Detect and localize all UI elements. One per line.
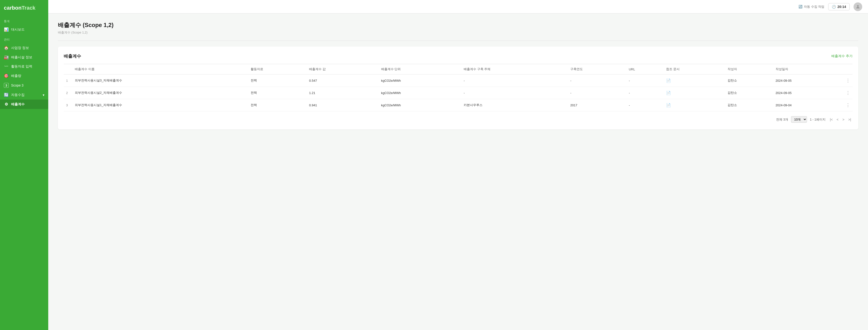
- row-author: 김탄소: [725, 74, 773, 87]
- sidebar-item-activity-input[interactable]: 〰 활동자료 입력: [0, 62, 48, 71]
- last-page-button[interactable]: >|: [847, 117, 852, 123]
- clock-icon: 🕐: [832, 5, 836, 9]
- sidebar-item-label: Scope 3: [11, 84, 23, 87]
- sidebar-item-dashboard[interactable]: 📊 대시보드: [0, 25, 48, 34]
- row-subject: 카본사우루스: [461, 99, 568, 111]
- divider: [58, 40, 858, 41]
- total-count: 전체 3개: [776, 118, 788, 122]
- table-row: 3 외부전력사용시설1_자체배출계수 전력 0.941 kgCO2e/MWh 카…: [64, 99, 852, 111]
- sidebar-item-label: 배출계수: [11, 102, 25, 106]
- activity-icon: 〰: [4, 64, 9, 69]
- document-icon: 📄: [666, 91, 671, 95]
- row-num: 2: [64, 87, 72, 99]
- sidebar-item-label: 배출시설 정보: [11, 55, 32, 60]
- sidebar-item-label: 배출량: [11, 74, 21, 78]
- row-num: 3: [64, 99, 72, 111]
- row-activity: 전력: [248, 87, 307, 99]
- sidebar-item-label: 사업장 정보: [11, 46, 29, 50]
- factory-icon: 🏭: [4, 55, 9, 60]
- row-name: 외부전력사용시설1_자체배출계수: [72, 99, 248, 111]
- header: 🔄 자동 수집 작업 🕐 20:14: [48, 0, 868, 13]
- section-label-management: 관리: [0, 34, 48, 43]
- card-title: 배출계수: [64, 53, 81, 59]
- main-area: 🔄 자동 수집 작업 🕐 20:14 배출계수 (Scope 1,2) 배출계수…: [48, 0, 868, 330]
- col-actions: [843, 64, 852, 74]
- more-options-button[interactable]: ⋮: [846, 102, 850, 108]
- row-name: 외부전력사용시설2_자체배출계수: [72, 87, 248, 99]
- row-unit: kgCO2e/MWh: [379, 74, 461, 87]
- row-url: -: [626, 87, 664, 99]
- chevron-down-icon: ▾: [43, 93, 44, 97]
- sidebar-item-label: 활동자료 입력: [11, 64, 32, 69]
- row-ref-doc: 📄: [664, 87, 725, 99]
- emission-factor-card: 배출계수 배출계수 추가 배출계수 이름 활동자료 배출계수 값 배출계수 단위…: [58, 46, 858, 129]
- col-num: [64, 64, 72, 74]
- row-unit: kgCO2e/MWh: [379, 99, 461, 111]
- dashboard-icon: 📊: [4, 27, 9, 32]
- pagination-bar: 전체 3개 10개 20개 50개 1 - 1페이지 |< < > >|: [64, 116, 852, 123]
- document-icon: 📄: [666, 78, 671, 83]
- per-page-select[interactable]: 10개 20개 50개: [791, 116, 807, 123]
- col-value: 배출계수 값: [307, 64, 378, 74]
- add-emission-factor-button[interactable]: 배출계수 추가: [831, 54, 852, 58]
- row-url: -: [626, 74, 664, 87]
- row-year: -: [568, 74, 626, 87]
- col-ref-doc: 참조 문서: [664, 64, 725, 74]
- sidebar-item-emission-factor[interactable]: ⚙ 배출계수: [0, 100, 48, 109]
- row-ref-doc: 📄: [664, 99, 725, 111]
- breadcrumb: 배출계수 (Scope 1,2): [58, 30, 858, 35]
- row-value: 1.21: [307, 87, 378, 99]
- home-icon: 🏠: [4, 45, 9, 50]
- refresh-icon: 🔄: [4, 93, 9, 97]
- auto-collect-button[interactable]: 🔄 자동 수집 작업: [799, 5, 824, 9]
- user-avatar[interactable]: [854, 2, 862, 11]
- row-name: 외부전력사용시설3_자체배출계수: [72, 74, 248, 87]
- sidebar-item-emission-facility[interactable]: 🏭 배출시설 정보: [0, 53, 48, 62]
- sidebar-item-scope3[interactable]: 3 Scope 3: [0, 80, 48, 90]
- row-year: -: [568, 87, 626, 99]
- next-page-button[interactable]: >: [841, 117, 846, 123]
- sidebar-item-business[interactable]: 🏠 사업장 정보: [0, 43, 48, 53]
- row-subject: -: [461, 87, 568, 99]
- row-year: 2017: [568, 99, 626, 111]
- col-author: 작성자: [725, 64, 773, 74]
- logo-track: Track: [22, 5, 35, 11]
- col-date: 작성일자: [773, 64, 843, 74]
- prev-page-button[interactable]: <: [835, 117, 840, 123]
- row-url: -: [626, 99, 664, 111]
- card-header: 배출계수 배출계수 추가: [64, 53, 852, 59]
- col-unit: 배출계수 단위: [379, 64, 461, 74]
- time-value: 20:14: [837, 5, 846, 9]
- col-year: 구축연도: [568, 64, 626, 74]
- row-value: 0.941: [307, 99, 378, 111]
- col-subject: 배출계수 구축 주체: [461, 64, 568, 74]
- row-ref-doc: 📄: [664, 74, 725, 87]
- section-label-stats: 통계: [0, 16, 48, 25]
- sidebar-item-label: 대시보드: [11, 28, 25, 32]
- emission-factor-table: 배출계수 이름 활동자료 배출계수 값 배출계수 단위 배출계수 구축 주체 구…: [64, 64, 852, 111]
- page-info: 1 - 1페이지: [810, 118, 826, 122]
- table-row: 2 외부전력사용시설2_자체배출계수 전력 1.21 kgCO2e/MWh - …: [64, 87, 852, 99]
- sidebar-item-auto-collect[interactable]: 🔄 자동수집 ▾: [0, 90, 48, 100]
- row-author: 김탄소: [725, 87, 773, 99]
- row-subject: -: [461, 74, 568, 87]
- svg-point-0: [857, 5, 859, 7]
- logo-carbon: carbon: [4, 5, 22, 11]
- first-page-button[interactable]: |<: [829, 117, 834, 123]
- page-title: 배출계수 (Scope 1,2): [58, 21, 858, 29]
- col-activity: 활동자료: [248, 64, 307, 74]
- row-author: 김탄소: [725, 99, 773, 111]
- sidebar-item-label: 자동수집: [11, 93, 25, 97]
- pagination-nav: |< < > >|: [829, 117, 852, 123]
- row-date: 2024-09-05: [773, 87, 843, 99]
- page-content: 배출계수 (Scope 1,2) 배출계수 (Scope 1,2) 배출계수 배…: [48, 13, 868, 330]
- table-row: 1 외부전력사용시설3_자체배출계수 전력 0.547 kgCO2e/MWh -…: [64, 74, 852, 87]
- refresh-icon: 🔄: [799, 5, 802, 8]
- sidebar: carbonTrack 통계 📊 대시보드 관리 🏠 사업장 정보 🏭 배출시설…: [0, 0, 48, 330]
- sidebar-item-emission-amount[interactable]: 🎯 배출량: [0, 71, 48, 80]
- more-options-button[interactable]: ⋮: [846, 78, 850, 83]
- emission-icon: 🎯: [4, 73, 9, 78]
- more-options-button[interactable]: ⋮: [846, 90, 850, 95]
- time-display: 🕐 20:14: [828, 3, 850, 10]
- app-logo: carbonTrack: [0, 0, 48, 16]
